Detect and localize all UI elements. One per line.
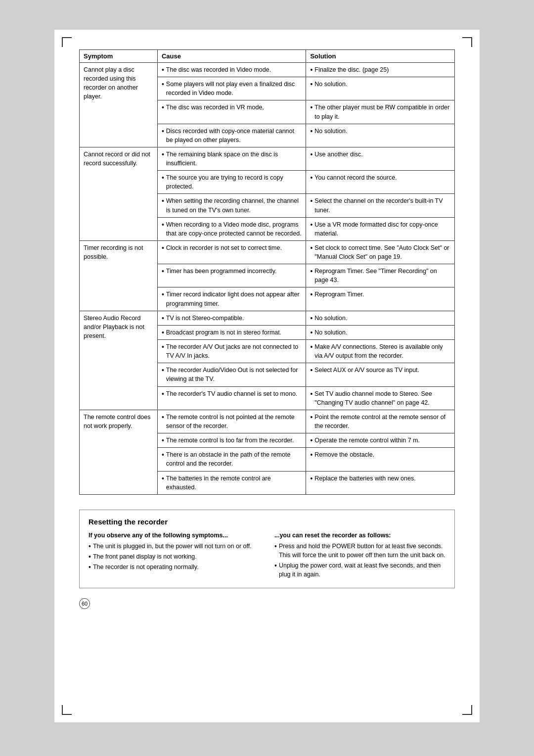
resetting-right: ...you can reset the recorder as follows… — [274, 532, 445, 581]
bullet-icon: • — [89, 552, 91, 561]
cause-cell: •The disc was recorded in Video mode. — [157, 63, 306, 77]
bullet-icon: • — [162, 127, 164, 136]
resetting-section: Resetting the recorder If you observe an… — [79, 510, 455, 589]
bullet-icon: • — [89, 563, 91, 571]
bullet-icon: • — [162, 474, 164, 483]
resetting-right-subtitle: ...you can reset the recorder as follows… — [274, 532, 445, 539]
bullet-icon: • — [310, 65, 312, 74]
resetting-right-bullet: •Unplug the power cord, wait at least fi… — [274, 561, 445, 579]
cause-text: The recorder's TV audio channel is set t… — [166, 389, 298, 398]
solution-cell: •Replace the batteries with new ones. — [306, 471, 455, 494]
cause-cell: •The source you are trying to record is … — [157, 171, 306, 194]
cause-cell: •The recorder Audio/Video Out is not sel… — [157, 363, 306, 386]
bullet-icon: • — [310, 196, 312, 205]
resetting-left-bullet: •The unit is plugged in, but the power w… — [89, 542, 260, 551]
solution-cell: •Reprogram Timer. See "Timer Recording" … — [306, 264, 455, 287]
solution-text: No solution. — [314, 127, 347, 136]
solution-cell: •No solution. — [306, 325, 455, 339]
bullet-icon: • — [310, 173, 312, 182]
bullet-icon: • — [274, 561, 277, 570]
resetting-right-bullet-text: Press and hold the POWER button for at l… — [279, 542, 445, 560]
cause-cell: •When recording to a Video mode disc, pr… — [157, 217, 306, 240]
solution-text: You cannot record the source. — [314, 173, 397, 182]
cause-text: The batteries in the remote control are … — [166, 474, 302, 492]
cause-text: Timer record indicator light does not ap… — [166, 290, 302, 308]
bullet-icon: • — [310, 389, 312, 398]
corner-mark-br — [462, 705, 472, 715]
resetting-left-bullet-text: The front panel display is not working. — [93, 552, 197, 561]
bullet-icon: • — [162, 342, 164, 351]
resetting-left-bullet: •The front panel display is not working. — [89, 552, 260, 561]
resetting-left-subtitle: If you observe any of the following symp… — [89, 532, 260, 539]
bullet-icon: • — [162, 436, 164, 445]
solution-cell: •Point the remote control at the remote … — [306, 410, 455, 433]
solution-text: Point the remote control at the remote s… — [314, 413, 450, 430]
cause-cell: •The recorder's TV audio channel is set … — [157, 386, 306, 410]
cause-text: Clock in recorder is not set to correct … — [166, 243, 282, 252]
cause-cell: •TV is not Stereo-compatible. — [157, 311, 306, 325]
solution-text: No solution. — [314, 80, 347, 89]
resetting-title: Resetting the recorder — [89, 518, 445, 526]
symptom-cell: Timer recording is not possible. — [80, 240, 158, 311]
table-row: The remote control does not work properl… — [80, 410, 455, 433]
solution-cell: •Operate the remote control within 7 m. — [306, 433, 455, 448]
bullet-icon: • — [310, 80, 312, 89]
cause-text: Broadcast program is not in stereo forma… — [166, 328, 281, 337]
solution-cell: •Use a VR mode formatted disc for copy-o… — [306, 217, 455, 240]
cause-cell: •The remote control is not pointed at th… — [157, 410, 306, 433]
cause-cell: •The batteries in the remote control are… — [157, 471, 306, 494]
solution-cell: •Set TV audio channel mode to Stereo. Se… — [306, 386, 455, 410]
cause-text: TV is not Stereo-compatible. — [166, 314, 244, 323]
bullet-icon: • — [310, 450, 312, 459]
table-row: Cannot play a disc recorded using this r… — [80, 63, 455, 77]
solution-cell: •No solution. — [306, 77, 455, 100]
cause-text: The recorder Audio/Video Out is not sele… — [166, 366, 302, 383]
solution-text: No solution. — [314, 314, 347, 323]
solution-text: Remove the obstacle. — [314, 450, 374, 459]
bullet-icon: • — [162, 389, 164, 398]
bullet-icon: • — [162, 173, 164, 182]
corner-mark-bl — [62, 705, 72, 715]
page-number: 60 — [79, 598, 90, 609]
bullet-icon: • — [310, 342, 312, 351]
bullet-icon: • — [162, 366, 164, 375]
solution-text: Set clock to correct time. See "Auto Clo… — [314, 243, 450, 261]
solution-text: Use a VR mode formatted disc for copy-on… — [314, 220, 450, 238]
page: Symptom Cause Solution Cannot play a dis… — [54, 30, 480, 722]
cause-cell: •The disc was recorded in VR mode, — [157, 100, 306, 124]
solution-text: Reprogram Timer. — [314, 290, 364, 299]
page-number-container: 60 — [79, 598, 455, 609]
bullet-icon: • — [162, 328, 164, 337]
bullet-icon: • — [310, 150, 312, 159]
cause-text: The remaining blank space on the disc is… — [166, 150, 302, 168]
cause-text: The disc was recorded in VR mode, — [166, 103, 264, 112]
bullet-icon: • — [162, 314, 164, 323]
symptom-cell: The remote control does not work properl… — [80, 410, 158, 494]
bullet-icon: • — [162, 103, 164, 112]
solution-cell: •No solution. — [306, 124, 455, 147]
bullet-icon: • — [310, 290, 312, 299]
resetting-right-bullet: •Press and hold the POWER button for at … — [274, 542, 445, 560]
col-header-symptom: Symptom — [80, 50, 158, 63]
solution-text: Select AUX or A/V source as TV input. — [314, 366, 419, 375]
bullet-icon: • — [310, 220, 312, 229]
bullet-icon: • — [274, 542, 277, 551]
solution-cell: •Reprogram Timer. — [306, 287, 455, 311]
solution-cell: •Select the channel on the recorder's bu… — [306, 194, 455, 217]
solution-text: Select the channel on the recorder's bui… — [314, 196, 450, 214]
solution-cell: •Make A/V connections. Stereo is availab… — [306, 340, 455, 363]
cause-text: The recorder A/V Out jacks are not conne… — [166, 342, 302, 360]
cause-cell: •Broadcast program is not in stereo form… — [157, 325, 306, 339]
bullet-icon: • — [310, 328, 312, 337]
bullet-icon: • — [310, 267, 312, 276]
resetting-right-bullet-text: Unplug the power cord, wait at least fiv… — [279, 561, 445, 579]
resetting-left-bullet-text: The recorder is not operating normally. — [93, 563, 199, 571]
symptom-cell: Cannot play a disc recorded using this r… — [80, 63, 158, 147]
col-header-solution: Solution — [306, 50, 455, 63]
resetting-left: If you observe any of the following symp… — [89, 532, 260, 581]
solution-cell: •Finalize the disc. (page 25) — [306, 63, 455, 77]
bullet-icon: • — [310, 127, 312, 136]
solution-text: Finalize the disc. (page 25) — [314, 65, 389, 74]
bullet-icon: • — [162, 65, 164, 74]
bullet-icon: • — [310, 436, 312, 445]
